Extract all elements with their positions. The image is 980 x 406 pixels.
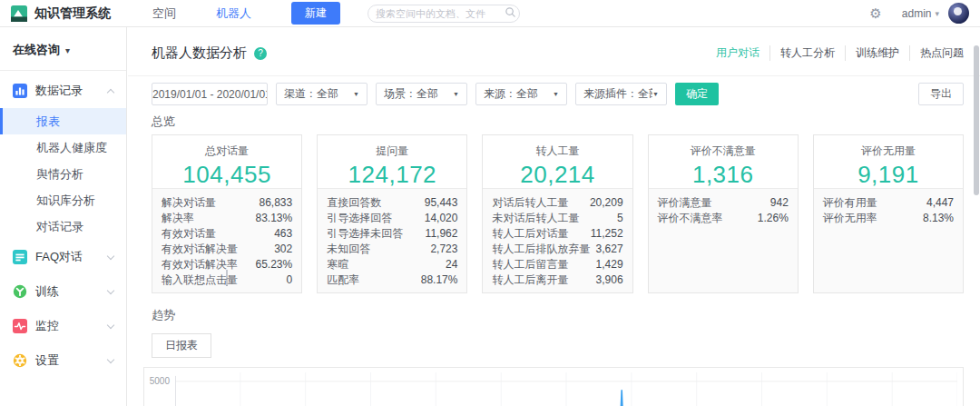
search-icon xyxy=(505,5,516,22)
overview-cards: 总对话量 104,455 解决对话量86,833解决率83.13%有效对话量46… xyxy=(152,134,964,293)
search-input[interactable] xyxy=(376,8,505,19)
chevron-up-icon xyxy=(107,89,114,96)
sidebar-item-kb-analysis[interactable]: 知识库分析 xyxy=(0,187,126,213)
chevron-down-icon: ▾ xyxy=(65,45,70,55)
overview-label: 总览 xyxy=(152,114,964,130)
pulse-icon xyxy=(13,319,27,333)
page-title: 机器人数据分析 xyxy=(152,45,247,62)
trend-chart-plot xyxy=(175,368,957,406)
sidebar-item-data-records[interactable]: 数据记录 xyxy=(0,74,126,108)
nav-item-robot[interactable]: 机器人 xyxy=(216,5,251,22)
stat-card-total-dialogs: 总对话量 104,455 解决对话量86,833解决率83.13%有效对话量46… xyxy=(152,134,302,293)
stat-card-useless: 评价无用量 9,191 评价有用量4,447评价无用率8.13% xyxy=(813,134,964,293)
search-box[interactable] xyxy=(368,5,520,23)
caret-down-icon: ▼ xyxy=(652,91,659,97)
settings-icon xyxy=(13,353,27,368)
sidebar-item-label: FAQ对话 xyxy=(35,249,108,265)
scene-select[interactable]: 场景：全部 ▼ xyxy=(376,83,467,105)
app-logo-icon xyxy=(11,5,27,22)
main-content: 机器人数据分析 ? 用户对话 转人工分析 训练维护 热点问题 渠道：全部 ▼ 场… xyxy=(128,27,980,406)
date-range-input[interactable] xyxy=(152,83,268,105)
sidebar-item-settings[interactable]: 设置 xyxy=(0,343,126,378)
stat-row: 引导选择回答14,020 xyxy=(327,211,457,226)
help-icon[interactable]: ? xyxy=(254,47,267,60)
sidebar-menu: 数据记录 报表 机器人健康度 舆情分析 知识库分析 对话记录 FAQ对话 xyxy=(0,71,126,378)
caret-down-icon: ▼ xyxy=(553,91,559,97)
avatar[interactable] xyxy=(948,3,969,24)
stat-row: 评价有用量4,447 xyxy=(823,195,954,211)
stat-row: 评价无用率8.13% xyxy=(823,211,954,226)
chat-icon xyxy=(13,250,27,264)
confirm-button[interactable]: 确定 xyxy=(675,83,719,105)
sidebar-item-training[interactable]: 训练 xyxy=(0,274,126,309)
export-button[interactable]: 导出 xyxy=(918,83,964,105)
stat-row: 评价不满意率1.26% xyxy=(658,211,789,226)
card-value: 20,214 xyxy=(483,161,632,189)
chevron-down-icon xyxy=(107,355,114,362)
workspace-switcher[interactable]: 在线咨询 ▾ xyxy=(0,27,126,70)
stat-row: 有效对话量463 xyxy=(162,226,292,242)
stat-row: 未对话后转人工量5 xyxy=(492,211,622,226)
stat-row: 匹配率88.17% xyxy=(327,272,457,288)
stat-card-transfers: 转人工量 20,214 对话后转人工量20,209未对话后转人工量5转人工后对话… xyxy=(482,134,632,293)
select-label: 场景：全部 xyxy=(384,86,453,102)
source-select[interactable]: 来源：全部 ▼ xyxy=(475,83,567,105)
tab-user-dialog[interactable]: 用户对话 xyxy=(716,45,760,61)
sidebar-item-report[interactable]: 报表 xyxy=(0,108,126,134)
chevron-down-icon xyxy=(107,252,114,259)
sidebar-item-sentiment[interactable]: 舆情分析 xyxy=(0,161,126,187)
chevron-down-icon xyxy=(107,286,114,293)
stat-row: 转人工后留言量1,429 xyxy=(492,257,622,272)
filter-bar: 渠道：全部 ▼ 场景：全部 ▼ 来源：全部 ▼ 来源插件：全部 ▼ 确定 导出 xyxy=(152,83,964,105)
trend-chart-svg xyxy=(175,368,957,406)
tab-transfer-analysis[interactable]: 转人工分析 xyxy=(769,45,835,61)
sidebar-item-monitor[interactable]: 监控 xyxy=(0,309,126,343)
select-label: 来源插件：全部 xyxy=(583,86,652,102)
workspace-label: 在线咨询 xyxy=(13,42,60,58)
sidebar-item-faq[interactable]: FAQ对话 xyxy=(0,240,126,274)
page-header: 机器人数据分析 ? 用户对话 转人工分析 训练维护 热点问题 xyxy=(128,27,980,76)
stat-row: 寒暄24 xyxy=(327,257,457,272)
trend-chart-panel: 5000 4000 xyxy=(143,367,964,406)
sidebar-item-dialog-records[interactable]: 对话记录 xyxy=(0,213,126,240)
card-title: 转人工量 xyxy=(483,144,632,159)
top-bar: 知识管理系统 空间 机器人 新建 ⚙ admin ▾ xyxy=(0,0,980,27)
train-icon xyxy=(13,284,27,299)
stat-row: 转人工后排队放弃量3,627 xyxy=(492,242,622,257)
gear-icon[interactable]: ⚙ xyxy=(869,6,881,20)
select-label: 来源：全部 xyxy=(484,86,553,102)
nav-item-space[interactable]: 空间 xyxy=(152,5,176,22)
expand-chevron-icon[interactable] xyxy=(227,270,228,286)
stat-row: 转人工后对话量11,252 xyxy=(492,226,622,242)
card-title: 评价无用量 xyxy=(814,144,963,159)
username: admin xyxy=(902,7,932,20)
new-button[interactable]: 新建 xyxy=(291,2,340,25)
user-menu[interactable]: admin ▾ xyxy=(902,7,939,20)
stat-card-questions: 提问量 124,172 直接回答数95,443引导选择回答14,020引导选择未… xyxy=(317,134,467,293)
tab-training-maintenance[interactable]: 训练维护 xyxy=(845,45,899,61)
chevron-down-icon: ▾ xyxy=(935,9,939,18)
stat-row: 评价满意量942 xyxy=(658,195,789,211)
top-nav: 空间 机器人 xyxy=(152,5,291,22)
card-title: 总对话量 xyxy=(152,144,301,159)
stat-row: 有效对话解决量302 xyxy=(162,242,292,257)
trend-label: 趋势 xyxy=(152,307,964,323)
channel-select[interactable]: 渠道：全部 ▼ xyxy=(276,83,368,105)
caret-down-icon: ▼ xyxy=(353,91,359,97)
tab-hot-questions[interactable]: 热点问题 xyxy=(909,45,964,61)
source-plugin-select[interactable]: 来源插件：全部 ▼ xyxy=(575,83,667,105)
bar-chart-icon xyxy=(13,84,27,98)
card-title: 提问量 xyxy=(318,144,466,159)
stat-card-dissatisfied: 评价不满意量 1,316 评价满意量942评价不满意率1.26% xyxy=(648,134,799,293)
sidebar-item-label: 训练 xyxy=(35,283,108,300)
chevron-down-icon xyxy=(107,321,114,328)
stat-row: 解决率83.13% xyxy=(162,211,292,226)
sidebar-item-robot-health[interactable]: 机器人健康度 xyxy=(0,134,126,161)
caret-down-icon: ▼ xyxy=(453,91,459,97)
stat-row: 直接回答数95,443 xyxy=(327,195,457,211)
card-title: 评价不满意量 xyxy=(649,144,798,159)
stat-row: 解决对话量86,833 xyxy=(162,195,292,211)
daily-report-tab[interactable]: 日报表 xyxy=(152,333,211,358)
vertical-scrollbar[interactable] xyxy=(974,45,979,195)
page-tabs: 用户对话 转人工分析 训练维护 热点问题 xyxy=(716,45,964,61)
